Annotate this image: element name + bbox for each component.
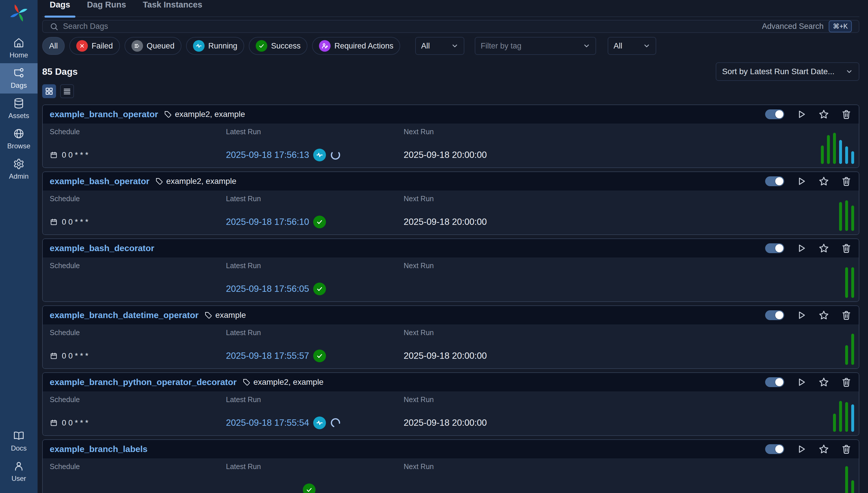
trigger-dag-button[interactable] bbox=[796, 310, 807, 321]
dag-name-link[interactable]: example_branch_datetime_operator bbox=[50, 310, 199, 320]
airflow-logo[interactable] bbox=[9, 3, 28, 22]
summary-row: 85 Dags Sort by Latest Run Start Date... bbox=[42, 62, 859, 81]
pause-toggle[interactable] bbox=[765, 109, 784, 119]
favorite-button[interactable] bbox=[818, 444, 829, 455]
latest-run-link[interactable]: 2025-09-18 17:56:10 bbox=[226, 217, 309, 227]
trigger-dag-button[interactable] bbox=[796, 109, 807, 120]
run-duration-bar bbox=[845, 146, 848, 164]
chip-label: Queued bbox=[147, 42, 175, 50]
search-bar: Advanced Search ⌘+K bbox=[42, 20, 859, 33]
dag-card: example_branch_datetime_operatorexampleS… bbox=[42, 305, 859, 369]
dag-card: example_bash_decoratorScheduleLatest Run… bbox=[42, 238, 859, 302]
filter-chip-failed[interactable]: Failed bbox=[69, 37, 120, 55]
recent-runs-mini-chart bbox=[845, 466, 854, 493]
dag-name-link[interactable]: example_bash_decorator bbox=[50, 243, 154, 253]
next-run-column: Next Run2025-09-18 20:00:00 bbox=[404, 395, 487, 429]
favorite-button[interactable] bbox=[818, 109, 829, 120]
run-duration-bar bbox=[851, 151, 854, 164]
run-duration-bar bbox=[851, 404, 854, 432]
dag-tags: example bbox=[215, 310, 246, 320]
latest-run-column: Latest Run2025-09-18 17:56:13 bbox=[226, 128, 341, 162]
state-badge bbox=[76, 40, 88, 52]
dag-card-body: ScheduleLatest Run2025-09-18 17:56:05Nex… bbox=[43, 257, 859, 301]
chevron-icon bbox=[643, 42, 650, 50]
dag-actions bbox=[765, 444, 852, 455]
chip-label: Failed bbox=[92, 42, 113, 50]
sidebar-item-dags[interactable]: Dags bbox=[0, 63, 38, 93]
delete-dag-button[interactable] bbox=[841, 109, 852, 120]
delete-dag-button[interactable] bbox=[841, 310, 852, 321]
pause-toggle[interactable] bbox=[765, 444, 784, 454]
latest-run-column: Latest Run2025-09-18 17:55:54 bbox=[226, 395, 341, 429]
delete-dag-button[interactable] bbox=[841, 176, 852, 187]
trigger-dag-button[interactable] bbox=[796, 176, 807, 187]
check-icon bbox=[316, 352, 323, 360]
pause-toggle[interactable] bbox=[765, 310, 784, 320]
dag-card-body: Schedule0 0 * * *Latest Run2025-09-18 17… bbox=[43, 124, 859, 167]
run-duration-bar bbox=[821, 146, 824, 164]
toggle-knob bbox=[775, 311, 783, 319]
column-label: Latest Run bbox=[226, 128, 341, 136]
tab-dags[interactable]: Dags bbox=[44, 0, 76, 17]
state-filter-dropdown-0[interactable]: All bbox=[415, 37, 464, 55]
sidebar-item-home[interactable]: Home bbox=[0, 33, 38, 63]
sidebar-item-browse[interactable]: Browse bbox=[0, 124, 38, 154]
filter-chip-required-actions[interactable]: Required Actions bbox=[312, 37, 400, 55]
dag-name-link[interactable]: example_branch_operator bbox=[50, 109, 158, 119]
state-filter-dropdown-2[interactable]: All bbox=[608, 37, 656, 55]
filter-chip-all[interactable]: All bbox=[42, 37, 65, 55]
next-run-value: 2025-09-18 20:00:00 bbox=[404, 418, 487, 428]
pause-toggle[interactable] bbox=[765, 377, 784, 387]
sidebar-item-user[interactable]: User bbox=[0, 456, 38, 487]
latest-run-link[interactable]: 2025-09-18 17:55:54 bbox=[226, 418, 309, 428]
advanced-search-link[interactable]: Advanced Search bbox=[762, 22, 824, 31]
tab-label: Dags bbox=[50, 0, 70, 9]
latest-run-link[interactable]: 2025-09-18 17:56:13 bbox=[226, 150, 309, 160]
sidebar-item-admin[interactable]: Admin bbox=[0, 154, 38, 185]
main-content: DagsDag RunsTask Instances Advanced Sear… bbox=[38, 0, 868, 493]
latest-run-column: Latest Run2025-09-18 17:56:05 bbox=[226, 261, 326, 295]
dag-name-link[interactable]: example_branch_labels bbox=[50, 444, 148, 454]
user-pen-icon bbox=[321, 42, 328, 49]
column-label: Next Run bbox=[404, 395, 487, 404]
pause-toggle[interactable] bbox=[765, 176, 784, 186]
sidebar-nav: HomeDagsAssetsBrowseAdmin bbox=[0, 33, 38, 185]
top-tabbar: DagsDag RunsTask Instances bbox=[42, 0, 859, 17]
recent-runs-mini-chart bbox=[845, 267, 854, 298]
sidebar-item-docs[interactable]: Docs bbox=[0, 426, 38, 456]
filter-chip-queued[interactable]: Queued bbox=[124, 37, 181, 55]
tab-task-instances[interactable]: Task Instances bbox=[138, 0, 207, 17]
favorite-button[interactable] bbox=[818, 243, 829, 254]
tag-filter-dropdown[interactable]: Filter by tag bbox=[475, 37, 596, 55]
favorite-button[interactable] bbox=[818, 176, 829, 187]
dag-actions bbox=[765, 377, 852, 388]
list-view-button[interactable] bbox=[60, 84, 74, 98]
search-input[interactable] bbox=[63, 22, 762, 31]
trigger-dag-button[interactable] bbox=[796, 243, 807, 254]
filter-chip-success[interactable]: Success bbox=[249, 37, 307, 55]
grid-view-button[interactable] bbox=[42, 84, 56, 98]
pause-toggle[interactable] bbox=[765, 243, 784, 253]
trigger-dag-button[interactable] bbox=[796, 444, 807, 455]
latest-run-link[interactable]: 2025-09-18 17:55:57 bbox=[226, 351, 309, 361]
dag-name-link[interactable]: example_branch_python_operator_decorator bbox=[50, 377, 237, 387]
dag-card: example_bash_operatorexample2, exampleSc… bbox=[42, 171, 859, 235]
favorite-button[interactable] bbox=[818, 310, 829, 321]
delete-dag-button[interactable] bbox=[841, 377, 852, 388]
sidebar-item-assets[interactable]: Assets bbox=[0, 93, 38, 124]
delete-dag-button[interactable] bbox=[841, 243, 852, 254]
chevron-icon bbox=[583, 42, 590, 50]
calendar-icon bbox=[50, 419, 58, 427]
dag-card-body: Schedule0 0 * * *Latest Run2025-09-18 17… bbox=[43, 324, 859, 368]
column-label: Next Run bbox=[404, 328, 487, 337]
dag-name-link[interactable]: example_bash_operator bbox=[50, 176, 149, 186]
latest-run-link[interactable]: 2025-09-18 17:56:05 bbox=[226, 284, 309, 294]
delete-dag-button[interactable] bbox=[841, 444, 852, 455]
sort-dropdown[interactable]: Sort by Latest Run Start Date... bbox=[716, 62, 859, 81]
dropdown-value: All bbox=[421, 42, 430, 50]
filter-chip-running[interactable]: Running bbox=[186, 37, 244, 55]
tab-dag-runs[interactable]: Dag Runs bbox=[82, 0, 131, 17]
favorite-button[interactable] bbox=[818, 377, 829, 388]
recent-runs-mini-chart bbox=[845, 334, 854, 365]
trigger-dag-button[interactable] bbox=[796, 377, 807, 388]
